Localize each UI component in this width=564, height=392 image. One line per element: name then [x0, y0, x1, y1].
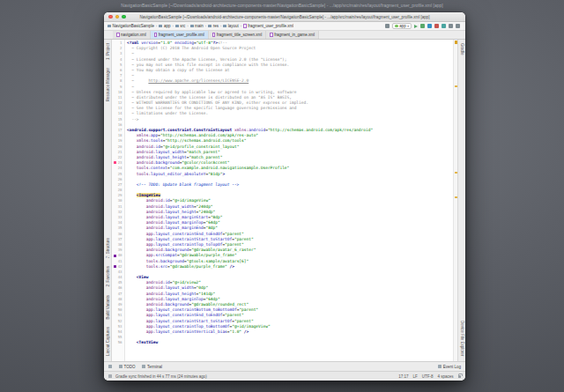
title-bar[interactable]: NavigationBasicSample [~/Downloads/andro… — [104, 12, 465, 22]
tab-fragment_title_screen.xml[interactable]: fragment_title_screen.xml — [209, 31, 267, 39]
tool-window-button-7-structure[interactable]: 7: Structure — [106, 238, 110, 258]
left-tool-strip: 1: ProjectResource Manager 7: Structure2… — [104, 40, 112, 361]
breadcrumb-item[interactable]: main — [190, 24, 204, 28]
status-toggle-icon[interactable] — [108, 374, 112, 378]
tab-label: navigation.xml — [121, 33, 146, 37]
tool-window-button-2-favorites[interactable]: 2: Favorites — [106, 266, 110, 287]
line-separator-indicator[interactable]: LF — [412, 374, 417, 379]
tab-fragment_user_profile.xml[interactable]: fragment_user_profile.xml — [151, 31, 209, 39]
tool-window-button-todo[interactable]: TODO — [119, 365, 135, 369]
tab-label: fragment_title_screen.xml — [217, 33, 263, 37]
breadcrumb-label: fragment_user_profile.xml — [248, 24, 293, 28]
event-log-button[interactable]: Event Log — [438, 365, 461, 369]
gradle-sync-icon[interactable] — [449, 24, 453, 28]
tool-window-toggle-icon[interactable] — [108, 365, 112, 368]
color-preview-swatch[interactable] — [114, 161, 116, 164]
minimize-button[interactable] — [115, 15, 120, 19]
tool-window-button-layout-captures[interactable]: Layout Captures — [106, 327, 110, 356]
tool-window-button-device-file-explorer[interactable]: Device File Explorer — [460, 321, 464, 356]
scrollbar-error-stripe[interactable] — [453, 40, 457, 361]
close-button[interactable] — [108, 15, 113, 19]
left-strip-bottom-group: 7: Structure2: FavoritesBuild VariantsLa… — [106, 238, 110, 356]
tab-label: fragment_in_game.xml — [274, 33, 315, 37]
ide-window: NavigationBasicSample [~/Downloads/andro… — [104, 12, 465, 381]
breadcrumb-item[interactable]: src — [175, 24, 186, 28]
terminal-icon — [142, 365, 145, 368]
tool-window-button-resource-manager[interactable]: Resource Manager — [106, 68, 110, 101]
tool-window-button-build-variants[interactable]: Build Variants — [106, 295, 110, 319]
line-number[interactable]: 56 — [112, 340, 124, 345]
build-hammer-icon[interactable] — [385, 24, 390, 28]
status-message[interactable]: Gradle sync finished in 44 s 77 ms (24 m… — [115, 374, 207, 379]
tab-bar: navigation.xmlfragment_user_profile.xmlf… — [104, 31, 465, 40]
breadcrumb-label: app — [164, 24, 171, 28]
left-strip-top-group: 1: ProjectResource Manager — [106, 43, 110, 101]
run-config-label: app — [399, 24, 406, 28]
chevron-down-icon: ▾ — [407, 25, 409, 28]
event-log-icon — [438, 365, 442, 368]
breadcrumb-separator: › — [187, 24, 188, 28]
breadcrumb-separator: › — [172, 24, 173, 28]
layout-file-icon — [212, 33, 216, 37]
stop-icon[interactable] — [434, 24, 439, 28]
window-title: NavigationBasicSample [~/Downloads/andro… — [136, 15, 434, 19]
editor: 1234567891011121314151617181920212223242… — [112, 40, 457, 361]
folder-icon — [208, 25, 212, 28]
layout-file-icon — [116, 33, 120, 37]
tool-window-button-gradle[interactable]: Gradle — [460, 43, 464, 55]
right-strip-top-group: Gradle — [460, 43, 464, 55]
inspections-indicator[interactable] — [455, 41, 458, 44]
breadcrumb-label: src — [180, 24, 185, 28]
breadcrumb-separator: › — [205, 24, 206, 28]
encoding-indicator[interactable]: UTF-8 — [422, 374, 434, 379]
warning-stripe-mark[interactable] — [455, 172, 457, 174]
code-lines[interactable]: <?xml version="1.0" encoding="utf-8"?><!… — [125, 40, 453, 361]
tab-label: fragment_user_profile.xml — [159, 33, 204, 37]
bottom-tool-bar: TODOTerminal Event Log — [104, 361, 465, 371]
navigation-bar: NavigationBasicSample›app›src›main›res›l… — [104, 22, 465, 31]
warning-stripe-mark[interactable] — [455, 85, 457, 87]
event-log-label: Event Log — [443, 365, 461, 369]
breadcrumb-item[interactable]: NavigationBasicSample — [108, 24, 154, 28]
caret-position-indicator[interactable]: 17:17 — [398, 374, 408, 379]
drawable-preview-swatch[interactable] — [114, 265, 116, 268]
status-bar: Gradle sync finished in 44 s 77 ms (24 m… — [104, 371, 465, 381]
debug-icon[interactable] — [420, 24, 425, 28]
tool-window-label: TODO — [124, 365, 136, 369]
breadcrumb-separator: › — [156, 24, 157, 28]
tab-navigation.xml[interactable]: navigation.xml — [113, 31, 151, 39]
breadcrumb-item[interactable]: res — [208, 24, 219, 28]
breadcrumb-item[interactable]: app — [159, 24, 170, 28]
gutter: 1234567891011121314151617181920212223242… — [112, 40, 125, 361]
folder-icon — [159, 25, 162, 28]
folder-icon — [108, 25, 111, 28]
breadcrumb-item[interactable]: layout — [223, 24, 239, 28]
bottom-tool-buttons: TODOTerminal — [119, 365, 162, 369]
screen-title-text: NavigationBasicSample [~/Downloads/andro… — [18, 3, 546, 8]
drawable-preview-swatch[interactable] — [114, 255, 116, 257]
code-line[interactable]: <TextView — [127, 340, 453, 345]
zoom-button[interactable] — [122, 15, 126, 19]
run-config-select[interactable]: app▾ — [392, 23, 412, 30]
profile-icon[interactable] — [427, 24, 432, 28]
breadcrumb-item[interactable]: fragment_user_profile.xml — [243, 24, 293, 28]
tool-window-button-terminal[interactable]: Terminal — [142, 365, 162, 369]
breadcrumbs: NavigationBasicSample›app›src›main›res›l… — [108, 24, 293, 28]
breadcrumb-separator: › — [241, 24, 241, 28]
tool-window-button-1-project[interactable]: 1: Project — [106, 43, 110, 60]
main-area: 1: ProjectResource Manager 7: Structure2… — [104, 40, 465, 361]
run-icon[interactable] — [414, 25, 418, 28]
readonly-lock-icon[interactable] — [458, 375, 462, 378]
tab-fragment_in_game.xml[interactable]: fragment_in_game.xml — [266, 31, 319, 39]
android-icon — [395, 25, 398, 28]
search-everywhere-icon[interactable] — [456, 24, 460, 28]
indent-indicator[interactable]: 4 spaces — [437, 374, 453, 379]
breadcrumb-separator: › — [220, 24, 221, 28]
layout-file-icon — [270, 33, 273, 37]
breadcrumb-label: layout — [228, 24, 239, 28]
avd-manager-icon[interactable] — [442, 24, 446, 28]
folder-icon — [190, 25, 194, 28]
breadcrumb-label: res — [213, 24, 219, 28]
toolbar-actions: app▾ — [385, 23, 462, 30]
warning-stripe-mark[interactable] — [455, 196, 457, 198]
